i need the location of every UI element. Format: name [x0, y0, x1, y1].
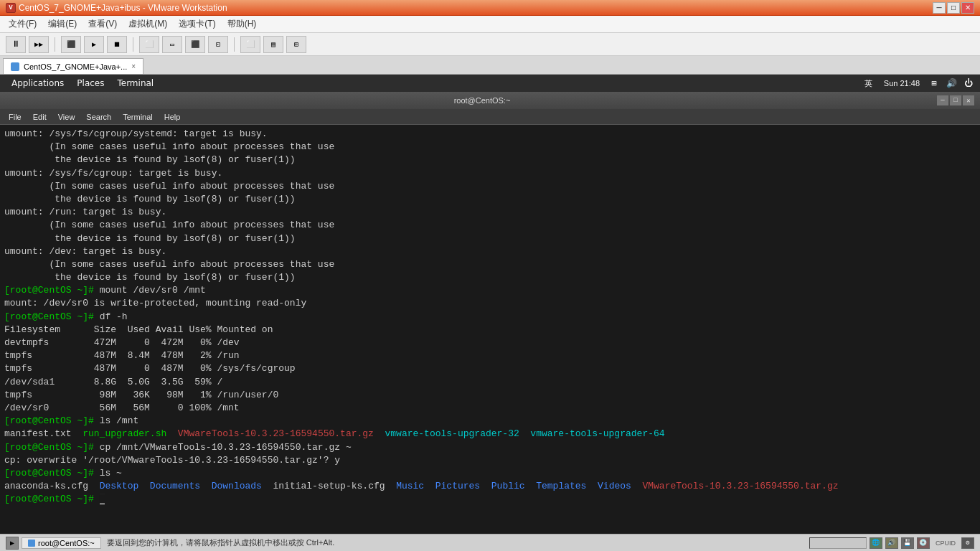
prompt: [root@CentOS ~]#	[4, 442, 100, 453]
terminal-content[interactable]: umount: /sys/fs/cgroup/systemd: target i…	[0, 125, 980, 534]
gnome-terminal-menu[interactable]: Terminal	[111, 75, 159, 92]
network-device-icon[interactable]: 🌐	[870, 537, 882, 549]
ls-mnt-upgrader64: vmware-tools-upgrader-64	[519, 428, 665, 439]
terminal-ls-home-line: anaconda-ks.cfg Desktop Documents Downlo…	[4, 480, 976, 493]
vm-tab[interactable]: CentOS_7_GNOME+Java+... ×	[3, 58, 143, 74]
toolbar-btn-9[interactable]: ⊡	[208, 36, 228, 53]
vmware-tabbar: CentOS_7_GNOME+Java+... ×	[0, 56, 980, 75]
terminal-line: devtmpfs 472M 0 472M 0% /dev	[4, 336, 976, 349]
terminal-menu-file[interactable]: File	[3, 109, 27, 125]
menu-help[interactable]: 帮助(H)	[222, 17, 263, 32]
vm-label-icon	[28, 540, 35, 547]
cmd-text: cp /mnt/VMwareTools-10.3.23-16594550.tar…	[100, 442, 352, 453]
terminal-line: [root@CentOS ~]# mount /dev/sr0 /mnt	[4, 284, 976, 297]
ls-home-docs: Documents	[138, 481, 200, 491]
ls-home-videos: Videos	[586, 481, 631, 491]
terminal-line: Filesystem Size Used Avail Use% Mounted …	[4, 324, 976, 336]
cpuid-label: CPUID	[933, 540, 958, 547]
toolbar-btn-5[interactable]: ⏹	[107, 36, 127, 53]
toolbar-btn-12[interactable]: ⊞	[286, 36, 306, 53]
cmd-text: ls /mnt	[100, 415, 139, 426]
gnome-shell: Applications Places Terminal 英 Sun 21:48…	[0, 75, 980, 534]
terminal-maximize-btn[interactable]: □	[950, 95, 961, 105]
pause-button[interactable]: ⏸	[6, 36, 26, 53]
ls-mnt-upgrader32: vmware-tools-upgrader-32	[374, 428, 519, 439]
gnome-applications-menu[interactable]: Applications	[6, 75, 70, 92]
menu-edit[interactable]: 编辑(E)	[42, 17, 83, 32]
terminal-title: root@CentOS:~	[27, 96, 937, 105]
tab-close-button[interactable]: ×	[131, 62, 136, 70]
prompt: [root@CentOS ~]#	[4, 494, 100, 504]
toolbar-btn-3[interactable]: ⬛	[61, 36, 81, 53]
toolbar-btn-10[interactable]: ⬜	[240, 36, 260, 53]
gnome-places-menu[interactable]: Places	[71, 75, 110, 92]
toolbar-btn-4[interactable]: ▶	[84, 36, 104, 53]
cmd-text: ls ~	[100, 468, 122, 479]
vm-tab-icon	[11, 62, 19, 71]
terminal-line: tmpfs 487M 8.4M 478M 2% /run	[4, 349, 976, 362]
terminal-line: (In some cases useful info about process…	[4, 180, 976, 193]
vm-icon-btn[interactable]: ▶	[6, 537, 19, 550]
minimize-button[interactable]: ─	[933, 2, 946, 14]
terminal-line: manifest.txt run_upgrader.sh VMwareTools…	[4, 428, 976, 441]
terminal-menu-edit[interactable]: Edit	[27, 109, 52, 125]
ls-mnt-upgrader: run_upgrader.sh	[72, 428, 167, 439]
vmware-titlebar: V CentOS_7_GNOME+Java+ibus - VMware Work…	[0, 0, 980, 16]
ls-home-vmtools: VMwareTools-10.3.23-16594550.tar.gz	[631, 481, 839, 491]
terminal-line: [root@CentOS ~]# ls ~	[4, 467, 976, 480]
toolbar-btn-6[interactable]: ⬜	[139, 36, 159, 53]
cmd-text: mount /dev/sr0 /mnt	[100, 285, 206, 296]
terminal-window: root@CentOS:~ ─ □ ✕ File Edit View Searc…	[0, 92, 980, 534]
menu-view[interactable]: 查看(V)	[83, 17, 123, 32]
terminal-line: tmpfs 487M 0 487M 0% /sys/fs/cgroup	[4, 362, 976, 375]
ls-mnt-archive: VMwareTools-10.3.23-16594550.tar.gz	[166, 428, 374, 439]
terminal-line: umount: /dev: target is busy.	[4, 245, 976, 258]
ls-home-music: Music	[385, 481, 425, 491]
gnome-network-icon[interactable]: ⊞	[928, 77, 940, 89]
ls-mnt-manifest: manifest.txt	[4, 428, 72, 439]
toolbar-sep-1	[55, 37, 55, 52]
vmware-title: CentOS_7_GNOME+Java+ibus - VMware Workst…	[19, 3, 227, 13]
settings-icon[interactable]: ⚙	[961, 537, 974, 549]
terminal-line: (In some cases useful info about process…	[4, 219, 976, 232]
toolbar-btn-8[interactable]: ⬛	[185, 36, 205, 53]
menu-vm[interactable]: 虚拟机(M)	[123, 17, 173, 32]
menu-file[interactable]: 文件(F)	[3, 17, 42, 32]
vm-label[interactable]: root@CentOS:~	[22, 537, 101, 549]
ls-home-cfg: anaconda-ks.cfg	[4, 481, 88, 491]
toolbar-btn-2[interactable]: ▶▶	[29, 36, 49, 53]
maximize-button[interactable]: □	[947, 2, 960, 14]
terminal-line: umount: /run: target is busy.	[4, 206, 976, 219]
menu-tabs[interactable]: 选项卡(T)	[173, 17, 221, 32]
ls-home-pictures: Pictures	[424, 481, 480, 491]
ls-home-setup: initial-setup-ks.cfg	[262, 481, 385, 491]
bottom-right: 🌐 🔊 💾 💿 CPUID ⚙	[809, 537, 974, 549]
gnome-topbar-left: Applications Places Terminal	[6, 75, 159, 92]
ls-home-downloads: Downloads	[200, 481, 262, 491]
vmware-menubar: 文件(F) 编辑(E) 查看(V) 虚拟机(M) 选项卡(T) 帮助(H)	[0, 16, 980, 33]
sound-device-icon[interactable]: 🔊	[885, 537, 898, 549]
terminal-menu-terminal[interactable]: Terminal	[117, 109, 159, 125]
terminal-menu-search[interactable]: Search	[80, 109, 117, 125]
terminal-line: the device is found by lsof(8) or fuser(…	[4, 271, 976, 284]
gnome-power-icon[interactable]: ⏻	[963, 77, 974, 89]
terminal-menu-view[interactable]: View	[52, 109, 81, 125]
prompt: [root@CentOS ~]#	[4, 311, 100, 322]
toolbar-btn-7[interactable]: ▭	[162, 36, 182, 53]
terminal-line: mount: /dev/sr0 is write-protected, moun…	[4, 297, 976, 310]
terminal-line: the device is found by lsof(8) or fuser(…	[4, 232, 976, 245]
gnome-sound-icon[interactable]: 🔊	[946, 77, 957, 89]
cd-device-icon[interactable]: 💿	[917, 537, 930, 549]
terminal-close-btn[interactable]: ✕	[963, 95, 974, 105]
prompt: [root@CentOS ~]#	[4, 415, 100, 426]
terminal-menu-help[interactable]: Help	[159, 109, 187, 125]
cursor: █	[100, 494, 105, 504]
vm-tab-label: CentOS_7_GNOME+Java+...	[24, 62, 127, 71]
close-button[interactable]: ✕	[961, 2, 974, 14]
hdd-device-icon[interactable]: 💾	[901, 537, 914, 549]
terminal-line: (In some cases useful info about process…	[4, 258, 976, 271]
toolbar-btn-11[interactable]: ▤	[263, 36, 283, 53]
terminal-minimize-btn[interactable]: ─	[937, 95, 948, 105]
terminal-line: /dev/sr0 56M 56M 0 100% /mnt	[4, 402, 976, 415]
gnome-lang-indicator: 英	[862, 78, 875, 89]
